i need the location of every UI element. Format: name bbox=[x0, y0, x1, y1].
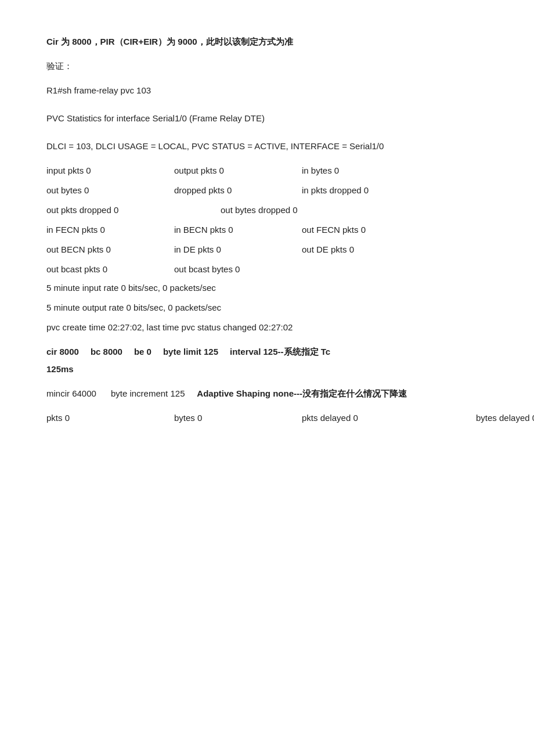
byte-limit-label: byte limit 125 bbox=[163, 345, 218, 359]
rate-line-0: 5 minute input rate 0 bits/sec, 0 packet… bbox=[46, 281, 488, 295]
bottom-pkts-delayed: pkts delayed 0 bbox=[302, 411, 476, 425]
bc-label: bc 8000 bbox=[91, 345, 122, 359]
adaptive-shaping-label: Adaptive Shaping none---没有指定在什么情况下降速 bbox=[197, 388, 407, 398]
stats-row-2-col1: out pkts dropped 0 bbox=[46, 203, 221, 217]
rate-section: 5 minute input rate 0 bits/sec, 0 packet… bbox=[46, 281, 488, 334]
bottom-pkts: pkts 0 bbox=[46, 411, 174, 425]
stats-row-2: out pkts dropped 0 out bytes dropped 0 bbox=[46, 203, 488, 217]
dlci-section: DLCI = 103, DLCI USAGE = LOCAL, PVC STAT… bbox=[46, 139, 488, 153]
mincir-line: mincir 64000 byte increment 125 Adaptive… bbox=[46, 387, 488, 401]
command-section: R1#sh frame-relay pvc 103 bbox=[46, 84, 488, 98]
stats-row-3-col2: in BECN pkts 0 bbox=[174, 223, 302, 237]
command-line: R1#sh frame-relay pvc 103 bbox=[46, 84, 488, 98]
stats-row-2-col2: out bytes dropped 0 bbox=[221, 203, 395, 217]
dlci-line: DLCI = 103, DLCI USAGE = LOCAL, PVC STAT… bbox=[46, 139, 488, 153]
stats-row-0-col1: input pkts 0 bbox=[46, 164, 174, 178]
stats-row-4-col2: in DE pkts 0 bbox=[174, 243, 302, 257]
stats-row-4-col1: out BECN pkts 0 bbox=[46, 243, 174, 257]
byte-increment-label: byte increment 125 bbox=[111, 388, 185, 398]
verify-label: 验证： bbox=[46, 59, 488, 73]
cir-row: cir 8000 bc 8000 be 0 byte limit 125 int… bbox=[46, 345, 488, 359]
stats-row-5-col2: out bcast bytes 0 bbox=[174, 262, 348, 276]
stats-row-1-col3: in pkts dropped 0 bbox=[302, 183, 430, 197]
stats-row-4: out BECN pkts 0 in DE pkts 0 out DE pkts… bbox=[46, 243, 488, 257]
pvc-stats-header-section: PVC Statistics for interface Serial1/0 (… bbox=[46, 111, 488, 125]
mincir-prefix: mincir 64000 bbox=[46, 388, 96, 398]
bottom-bytes-delayed: bytes delayed 0 bbox=[476, 411, 534, 425]
rate-line-2: pvc create time 02:27:02, last time pvc … bbox=[46, 321, 488, 334]
stats-section: input pkts 0 output pkts 0 in bytes 0 ou… bbox=[46, 164, 488, 276]
rate-line-1: 5 minute output rate 0 bits/sec, 0 packe… bbox=[46, 301, 488, 315]
header-section: Cir 为 8000，PIR（CIR+EIR）为 9000，此时以该制定方式为准 bbox=[46, 35, 488, 49]
tc-label: 125ms bbox=[46, 362, 488, 376]
be-label: be 0 bbox=[134, 345, 151, 359]
header-title: Cir 为 8000，PIR（CIR+EIR）为 9000，此时以该制定方式为准 bbox=[46, 35, 488, 49]
stats-row-3: in FECN pkts 0 in BECN pkts 0 out FECN p… bbox=[46, 223, 488, 237]
stats-row-5-col1: out bcast pkts 0 bbox=[46, 262, 174, 276]
stats-row-3-col1: in FECN pkts 0 bbox=[46, 223, 174, 237]
stats-row-3-col3: out FECN pkts 0 bbox=[302, 223, 430, 237]
pvc-stats-header: PVC Statistics for interface Serial1/0 (… bbox=[46, 111, 488, 125]
cir-row-section: cir 8000 bc 8000 be 0 byte limit 125 int… bbox=[46, 345, 488, 376]
stats-row-5: out bcast pkts 0 out bcast bytes 0 bbox=[46, 262, 488, 276]
cir-label: cir 8000 bbox=[46, 345, 79, 359]
verify-section: 验证： bbox=[46, 59, 488, 73]
mincir-section: mincir 64000 byte increment 125 Adaptive… bbox=[46, 387, 488, 401]
stats-row-4-col3: out DE pkts 0 bbox=[302, 243, 430, 257]
stats-row-1-col2: dropped pkts 0 bbox=[174, 183, 302, 197]
interval-label: interval 125--系统指定 Tc bbox=[230, 345, 330, 359]
bottom-stats-row: pkts 0 bytes 0 pkts delayed 0 bytes dela… bbox=[46, 411, 488, 425]
stats-row-1: out bytes 0 dropped pkts 0 in pkts dropp… bbox=[46, 183, 488, 197]
stats-row-0-col3: in bytes 0 bbox=[302, 164, 430, 178]
stats-row-0: input pkts 0 output pkts 0 in bytes 0 bbox=[46, 164, 488, 178]
stats-row-1-col1: out bytes 0 bbox=[46, 183, 174, 197]
bottom-stats-section: pkts 0 bytes 0 pkts delayed 0 bytes dela… bbox=[46, 411, 488, 425]
page-container: Cir 为 8000，PIR（CIR+EIR）为 9000，此时以该制定方式为准… bbox=[46, 35, 488, 425]
stats-row-0-col2: output pkts 0 bbox=[174, 164, 302, 178]
bottom-bytes: bytes 0 bbox=[174, 411, 302, 425]
